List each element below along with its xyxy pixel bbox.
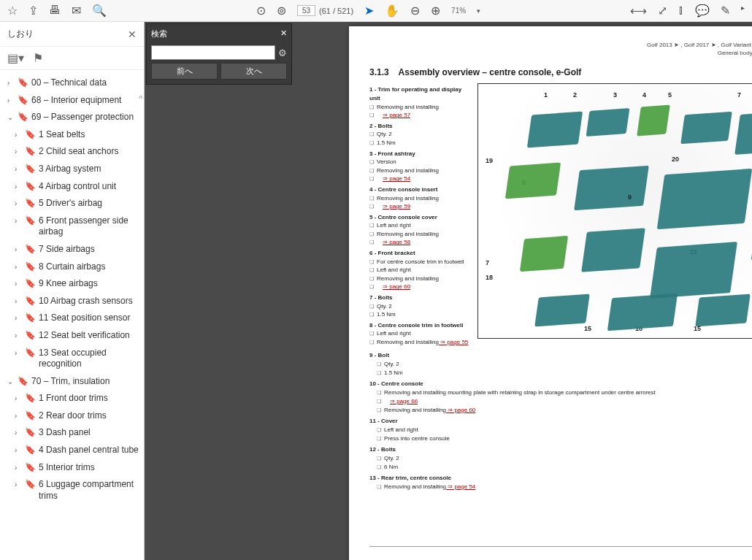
diagram-part bbox=[581, 229, 645, 273]
tree-item[interactable]: ›🔖11 Seat position sensor bbox=[6, 310, 141, 327]
zoom-in-icon[interactable]: ⊕ bbox=[431, 4, 440, 18]
tree-item[interactable]: ›🔖1 Seat belts bbox=[6, 126, 141, 144]
chevron-icon[interactable]: › bbox=[15, 279, 22, 288]
page-link[interactable]: ⇒ page 54 bbox=[383, 175, 410, 182]
part-item-head: 2 - Bolts bbox=[369, 122, 472, 131]
tree-item[interactable]: ›🔖10 Airbag crash sensors bbox=[6, 293, 141, 310]
part-item-sub: ⇒ page 59 bbox=[369, 202, 472, 211]
page-link[interactable]: ⇒ page 57 bbox=[383, 112, 410, 118]
chevron-icon[interactable]: › bbox=[15, 313, 22, 323]
tree-item[interactable]: ›🔖00 – Technical data bbox=[6, 74, 141, 92]
sign-icon[interactable]: ✎ bbox=[721, 4, 730, 18]
chevron-icon[interactable]: › bbox=[15, 480, 22, 489]
tree-item[interactable]: ›🔖4 Airbag control unit bbox=[6, 178, 141, 196]
search-prev-button[interactable]: 前へ bbox=[151, 63, 218, 80]
mail-icon[interactable]: ✉ bbox=[72, 4, 81, 18]
comment-icon[interactable]: 💬 bbox=[695, 4, 710, 18]
zoom-level[interactable]: 71% bbox=[451, 7, 466, 15]
tree-item[interactable]: ›🔖7 Side airbags bbox=[6, 241, 141, 258]
close-icon[interactable]: ✕ bbox=[128, 28, 137, 40]
chevron-icon[interactable]: › bbox=[15, 348, 22, 358]
page-link[interactable]: ⇒ page 58 bbox=[383, 239, 410, 245]
page-link[interactable]: ⇒ page 60 bbox=[383, 283, 410, 290]
print-icon[interactable]: 🖶 bbox=[49, 4, 61, 18]
bookmark-icon[interactable]: ☆ bbox=[7, 4, 18, 18]
chevron-icon[interactable]: › bbox=[15, 199, 22, 208]
page-up-icon[interactable]: ⊙ bbox=[256, 4, 266, 18]
chevron-icon[interactable]: ⌄ bbox=[7, 112, 15, 122]
page-link[interactable]: ⇒ page 55 bbox=[439, 339, 468, 345]
upload-icon[interactable]: ⇪ bbox=[28, 4, 38, 18]
tree-item[interactable]: ›🔖6 Front passenger side airbag bbox=[6, 212, 141, 241]
chevron-icon[interactable]: › bbox=[7, 96, 15, 105]
tree-item[interactable]: ⌄🔖69 – Passenger protection bbox=[6, 109, 141, 126]
tree-item[interactable]: ›🔖8 Curtain airbags bbox=[6, 258, 141, 276]
bookmark-icon: 🔖 bbox=[25, 244, 36, 256]
tree-item[interactable]: ›🔖13 Seat occupied recognition bbox=[6, 345, 141, 373]
tree-item[interactable]: ›🔖5 Interior trims bbox=[6, 459, 141, 477]
gear-icon[interactable]: ⚙ bbox=[278, 47, 287, 58]
chevron-down-icon[interactable]: ▾ bbox=[477, 7, 480, 15]
tree-item[interactable]: ›🔖6 Luggage compartment trims bbox=[6, 476, 141, 505]
tree-item[interactable]: ⌄🔖70 – Trim, insulation bbox=[6, 373, 141, 391]
chevron-icon[interactable]: › bbox=[15, 245, 22, 254]
tree-label: 2 Rear door trims bbox=[39, 410, 139, 422]
tree-label: 11 Seat position sensor bbox=[39, 312, 139, 324]
part-item-sub: Removing and installing bbox=[369, 194, 472, 203]
chevron-icon[interactable]: › bbox=[15, 262, 22, 272]
tree-item[interactable]: ›🔖68 – Interior equipment bbox=[6, 92, 141, 110]
bookmark-icon: 🔖 bbox=[25, 261, 36, 273]
chevron-icon[interactable]: › bbox=[15, 296, 22, 306]
fit-width-icon[interactable]: ⟷ bbox=[630, 4, 647, 18]
search-icon[interactable]: 🔍 bbox=[92, 4, 107, 18]
page-link[interactable]: ⇒ page 66 bbox=[390, 398, 418, 404]
page-down-icon[interactable]: ⊚ bbox=[277, 4, 286, 18]
chevron-icon[interactable]: › bbox=[15, 411, 22, 421]
content-area: 検索 ✕ ⚙ 前へ 次へ Golf 2013 ➤ , Golf 2017 ➤ ,… bbox=[145, 22, 752, 560]
chevron-icon[interactable]: › bbox=[15, 428, 22, 437]
chevron-icon[interactable]: › bbox=[15, 216, 22, 226]
part-item-head: 13 - Rear trim, centre console bbox=[369, 474, 752, 483]
tree-item[interactable]: ›🔖1 Front door trims bbox=[6, 390, 141, 407]
diagram-label: 3 bbox=[613, 91, 617, 99]
tree-item[interactable]: ›🔖3 Dash panel bbox=[6, 424, 141, 442]
chevron-right-icon[interactable]: ▸ bbox=[741, 4, 745, 18]
chevron-icon[interactable]: › bbox=[7, 78, 15, 88]
chevron-icon[interactable]: › bbox=[15, 331, 22, 340]
tree-item[interactable]: ›🔖3 Airbag system bbox=[6, 161, 141, 178]
close-icon[interactable]: ✕ bbox=[280, 28, 287, 38]
tree-label: 00 – Technical data bbox=[31, 77, 139, 89]
scroll-icon[interactable]: ⫿ bbox=[678, 4, 684, 18]
tree-item[interactable]: ›🔖2 Child seat anchors bbox=[6, 143, 141, 161]
tree-item[interactable]: ›🔖2 Rear door trims bbox=[6, 407, 141, 425]
chevron-icon[interactable]: › bbox=[15, 394, 22, 403]
chevron-icon[interactable]: ⌄ bbox=[7, 377, 15, 386]
diagram-label: 5 bbox=[668, 91, 672, 99]
page-link[interactable]: ⇒ page 60 bbox=[446, 407, 475, 413]
zoom-out-icon[interactable]: ⊖ bbox=[410, 4, 420, 18]
chevron-icon[interactable]: › bbox=[15, 164, 22, 174]
page-current[interactable]: 53 bbox=[297, 5, 315, 16]
tree-item[interactable]: ›🔖12 Seat belt verification bbox=[6, 327, 141, 345]
pointer-icon[interactable]: ➤ bbox=[364, 4, 374, 18]
page-link[interactable]: ⇒ page 54 bbox=[446, 483, 475, 490]
fit-page-icon[interactable]: ⤢ bbox=[658, 4, 667, 18]
tree-item[interactable]: ›🔖4 Dash panel central tube bbox=[6, 442, 141, 459]
chevron-icon[interactable]: › bbox=[15, 463, 22, 472]
scroll-up-icon[interactable]: ^ bbox=[139, 95, 142, 103]
chevron-icon[interactable]: › bbox=[15, 130, 22, 139]
chevron-icon[interactable]: › bbox=[15, 182, 22, 191]
tree-item[interactable]: ›🔖5 Driver's airbag bbox=[6, 195, 141, 212]
chevron-icon[interactable]: › bbox=[15, 147, 22, 156]
hand-icon[interactable]: ✋ bbox=[385, 4, 399, 18]
tree-label: 4 Dash panel central tube bbox=[39, 445, 139, 456]
search-next-button[interactable]: 次へ bbox=[220, 63, 287, 80]
diagram-label: 9 bbox=[628, 193, 632, 201]
outline-icon[interactable]: ▤▾ bbox=[7, 51, 24, 65]
search-input[interactable] bbox=[151, 45, 275, 60]
page-link[interactable]: ⇒ page 59 bbox=[383, 203, 410, 210]
tree-item[interactable]: ›🔖9 Knee airbags bbox=[6, 275, 141, 293]
ribbon-icon[interactable]: ⚑ bbox=[33, 51, 43, 65]
diagram-label: 7 bbox=[486, 259, 489, 266]
chevron-icon[interactable]: › bbox=[15, 445, 22, 455]
